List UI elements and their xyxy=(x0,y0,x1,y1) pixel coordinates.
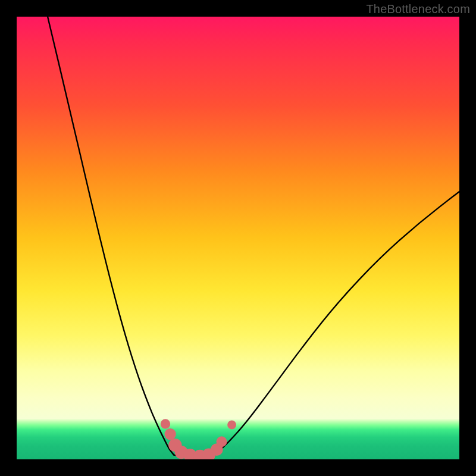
highlight-dot xyxy=(217,436,227,447)
plot-area xyxy=(17,17,459,459)
frame: TheBottleneck.com xyxy=(0,0,476,476)
bottleneck-curve xyxy=(48,17,459,458)
highlight-dot xyxy=(165,428,176,440)
chart-svg xyxy=(17,17,459,459)
highlight-dot xyxy=(161,419,170,428)
highlight-dot xyxy=(227,421,236,430)
watermark-text: TheBottleneck.com xyxy=(366,2,470,16)
